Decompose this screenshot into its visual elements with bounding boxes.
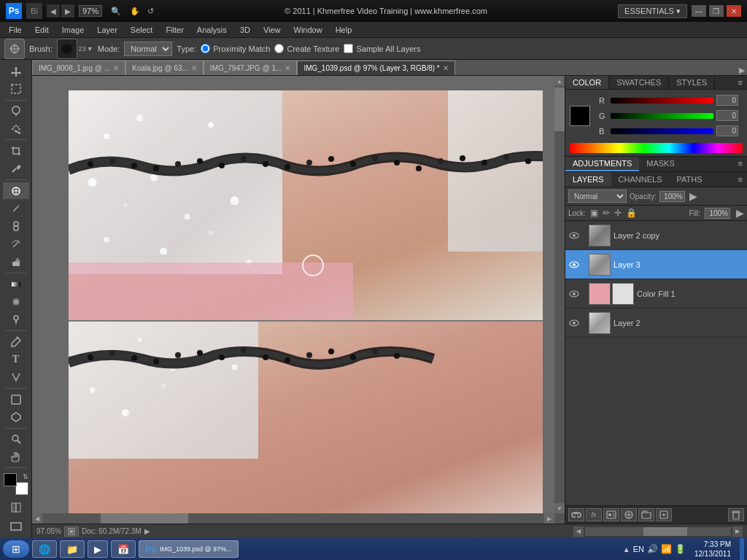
status-scroll-left[interactable]: ◀ <box>573 526 584 537</box>
nav-forward-button[interactable]: ▶ <box>61 4 74 18</box>
add-mask-button[interactable] <box>603 508 619 521</box>
screen-mode-button[interactable] <box>3 518 29 535</box>
3d-tool[interactable] <box>3 408 29 425</box>
menu-view[interactable]: View <box>258 24 287 36</box>
tray-triangle[interactable]: ▲ <box>623 545 630 553</box>
menu-select[interactable]: Select <box>125 24 159 36</box>
fill-arrows-icon[interactable]: ▶ <box>736 207 744 219</box>
hand-pan-tool[interactable] <box>3 448 29 465</box>
crop-tool[interactable] <box>3 142 29 159</box>
healing-brush-tool[interactable] <box>3 182 29 199</box>
paths-tab[interactable]: PATHS <box>670 172 710 187</box>
tabs-scroll-right[interactable]: ▶ <box>737 66 747 75</box>
navigator-toggle[interactable] <box>64 526 79 537</box>
layer-row-layer3[interactable]: Layer 3 <box>565 250 747 279</box>
tray-speaker-icon[interactable]: 🔊 <box>647 544 658 554</box>
doc-size-arrow[interactable]: ▶ <box>144 527 150 535</box>
minimize-button[interactable]: — <box>692 5 706 17</box>
magic-wand-tool[interactable] <box>3 120 29 137</box>
blue-value-input[interactable] <box>716 125 738 136</box>
menu-help[interactable]: Help <box>330 24 358 36</box>
dodge-tool[interactable] <box>3 311 29 328</box>
layer-visibility-layer3[interactable] <box>568 259 580 271</box>
create-texture-option[interactable]: Create Texture <box>274 44 339 53</box>
red-slider[interactable] <box>611 98 713 104</box>
tab-close-0[interactable]: ✕ <box>113 64 119 72</box>
color-preview-swatch[interactable] <box>570 106 590 126</box>
move-tool[interactable] <box>3 63 29 79</box>
status-h-thumb[interactable] <box>643 527 687 536</box>
gradient-tool[interactable] <box>3 276 29 292</box>
taskbar-photoshop-button[interactable]: Ps IMG_1039.psd @ 97%... <box>139 540 239 558</box>
swatches-tab[interactable]: SWATCHES <box>609 76 669 89</box>
layer-row-layer2[interactable]: Layer 2 <box>565 308 747 338</box>
new-layer-button[interactable] <box>656 508 672 521</box>
menu-analysis[interactable]: Analysis <box>191 24 233 36</box>
show-desktop-button[interactable] <box>740 538 744 560</box>
background-color-swatch[interactable] <box>15 482 28 495</box>
green-slider[interactable] <box>611 113 713 119</box>
styles-tab[interactable]: STYLES <box>669 76 715 89</box>
pen-tool[interactable] <box>3 333 29 350</box>
start-button[interactable]: ⊞ <box>3 540 29 558</box>
scroll-down-arrow[interactable]: ▼ <box>554 503 565 513</box>
canvas-tab-0[interactable]: IMG_8008_1.jpg @ ... ✕ <box>32 61 125 75</box>
color-tab[interactable]: COLOR <box>565 76 609 89</box>
taskbar-explorer-button[interactable]: 📁 <box>60 540 85 558</box>
menu-window[interactable]: Window <box>288 24 328 36</box>
masks-tab[interactable]: MASKS <box>639 157 682 171</box>
taskbar-ie-button[interactable]: 🌐 <box>32 540 57 558</box>
sample-all-layers-option[interactable]: Sample All Layers <box>344 44 420 53</box>
text-tool[interactable]: T <box>3 351 29 368</box>
brush-tool[interactable] <box>3 200 29 217</box>
layer-visibility-layer2[interactable] <box>568 317 580 329</box>
quick-mask-button[interactable] <box>3 499 29 516</box>
lasso-tool[interactable] <box>3 103 29 120</box>
tab-close-2[interactable]: ✕ <box>285 64 290 72</box>
brush-dropdown-arrow[interactable]: ▼ <box>87 45 93 52</box>
scroll-up-arrow[interactable]: ▲ <box>554 76 565 86</box>
shape-tool[interactable] <box>3 391 29 408</box>
create-texture-radio[interactable] <box>274 44 284 53</box>
stamp-tool[interactable] <box>3 218 29 235</box>
status-h-scrollbar[interactable] <box>585 527 731 536</box>
eraser-tool[interactable] <box>3 254 29 271</box>
heal-brush-tool-icon[interactable] <box>4 39 25 59</box>
canvas-container[interactable]: ▲ ▼ ◀ ▶ <box>32 76 565 524</box>
foreground-color-swatch[interactable] <box>4 473 17 486</box>
scroll-left-arrow[interactable]: ◀ <box>32 513 42 524</box>
path-selection-tool[interactable] <box>3 369 29 386</box>
lock-transparent-icon[interactable]: ▣ <box>590 208 598 218</box>
history-brush-tool[interactable] <box>3 236 29 252</box>
link-layers-button[interactable] <box>568 508 584 521</box>
opacity-input[interactable] <box>659 191 685 202</box>
color-panel-menu-button[interactable]: ≡ <box>734 76 747 89</box>
opacity-arrows-icon[interactable]: ▶ <box>689 190 697 202</box>
foreground-background-colors[interactable]: ⇅ <box>4 473 28 495</box>
taskbar-clock[interactable]: 7:33 PM 12/13/2011 <box>689 540 737 559</box>
proximity-match-radio[interactable] <box>201 44 210 53</box>
layers-panel-menu-button[interactable]: ≡ <box>734 172 747 187</box>
menu-layer[interactable]: Layer <box>91 24 123 36</box>
zoom-tool[interactable] <box>3 431 29 448</box>
horizontal-scrollbar[interactable]: ◀ ▶ <box>32 513 554 524</box>
new-group-button[interactable] <box>638 508 654 521</box>
taskbar-calendar-button[interactable]: 📅 <box>111 540 136 558</box>
adjustments-panel-menu-button[interactable]: ≡ <box>734 157 747 171</box>
lock-paint-icon[interactable]: ✏ <box>603 208 610 218</box>
menu-image[interactable]: Image <box>56 24 90 36</box>
channels-tab[interactable]: CHANNELS <box>611 172 670 187</box>
menu-3d[interactable]: 3D <box>234 24 256 36</box>
essentials-button[interactable]: ESSENTIALS ▾ <box>618 4 687 18</box>
proximity-match-option[interactable]: Proximity Match <box>201 44 270 53</box>
marquee-tool[interactable] <box>3 80 29 97</box>
restore-button[interactable]: ❐ <box>709 5 724 17</box>
brush-picker[interactable]: 23 ▼ <box>57 39 93 59</box>
tab-close-3[interactable]: ✕ <box>443 64 449 72</box>
canvas-tab-3[interactable]: IMG_1039.psd @ 97% (Layer 3, RGB/8) * ✕ <box>297 61 454 75</box>
scroll-thumb-h[interactable] <box>101 513 188 524</box>
delete-layer-button[interactable] <box>728 508 744 521</box>
eyedropper-tool[interactable] <box>3 160 29 177</box>
layer-visibility-colorfill[interactable] <box>568 288 580 300</box>
lock-all-icon[interactable]: 🔒 <box>626 208 637 218</box>
